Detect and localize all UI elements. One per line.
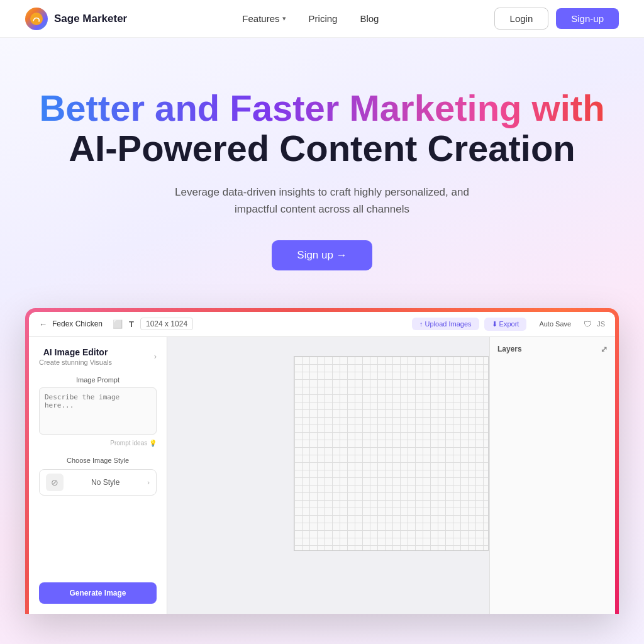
app-topbar-left: ← Fedex Chicken xyxy=(39,319,103,329)
upload-images-button[interactable]: ↑ Upload Images xyxy=(412,318,479,330)
canvas-grid xyxy=(294,356,489,551)
hero-section: Better and Faster Marketing with AI-Powe… xyxy=(0,38,644,644)
app-canvas: Layers ⤢ xyxy=(167,337,615,614)
sidebar-bottom: Generate Image xyxy=(39,582,157,604)
svg-point-0 xyxy=(30,13,43,25)
hero-title-line1: Better and Faster Marketing with xyxy=(39,87,604,128)
js-label: JS xyxy=(597,320,605,328)
square-icon: ⬜ xyxy=(113,319,123,329)
style-chevron-icon: › xyxy=(147,479,150,486)
autosave-label: Auto Save xyxy=(531,318,579,330)
signup-button[interactable]: Sign-up xyxy=(556,8,619,29)
app-breadcrumb: Fedex Chicken xyxy=(52,319,103,328)
hero-title: Better and Faster Marketing with AI-Powe… xyxy=(39,88,605,169)
sidebar-title: AI Image Editor xyxy=(39,347,112,357)
sidebar-subtitle: Create stunning Visuals xyxy=(39,358,112,366)
style-label: Choose Image Style xyxy=(39,457,157,464)
size-selector[interactable]: 644 x 644 xyxy=(140,318,193,330)
layers-panel: Layers ⤢ xyxy=(489,337,615,614)
app-topbar-center: ⬜ T 644 x 644 xyxy=(113,318,193,330)
layers-label: Layers xyxy=(497,345,522,353)
prompt-ideas-label[interactable]: Prompt ideas 💡 xyxy=(39,440,157,447)
brand-logo[interactable]: Sage Marketer xyxy=(25,8,127,30)
app-screenshot: ← Fedex Chicken ⬜ T 644 x 644 ↑ Upload… xyxy=(25,308,619,614)
style-selector[interactable]: ⊘ No Style › xyxy=(39,469,157,496)
no-style-icon: ⊘ xyxy=(46,474,64,491)
login-button[interactable]: Login xyxy=(494,8,549,30)
screenshot-frame: ← Fedex Chicken ⬜ T 644 x 644 ↑ Upload… xyxy=(25,308,619,614)
screenshot-inner: ← Fedex Chicken ⬜ T 644 x 644 ↑ Upload… xyxy=(29,312,615,614)
nav-pricing[interactable]: Pricing xyxy=(309,13,338,24)
sidebar-header: AI Image Editor Create stunning Visuals … xyxy=(39,347,157,366)
layers-expand-icon[interactable]: ⤢ xyxy=(601,345,608,354)
generate-image-button[interactable]: Generate Image xyxy=(39,582,157,604)
back-icon: ← xyxy=(39,319,47,329)
nav-actions: Login Sign-up xyxy=(494,8,619,30)
navbar: Sage Marketer Features ▾ Pricing Blog Lo… xyxy=(0,0,644,38)
brand-name: Sage Marketer xyxy=(54,13,127,25)
chevron-down-icon: ▾ xyxy=(282,14,286,23)
app-sidebar: AI Image Editor Create stunning Visuals … xyxy=(29,337,167,614)
app-topbar: ← Fedex Chicken ⬜ T 644 x 644 ↑ Upload… xyxy=(29,312,615,337)
hero-cta-button[interactable]: Sign up → xyxy=(272,240,372,270)
app-content: AI Image Editor Create stunning Visuals … xyxy=(29,337,615,614)
sidebar-collapse-icon[interactable]: › xyxy=(154,352,157,361)
logo-icon xyxy=(25,8,48,30)
shield-icon: 🛡 xyxy=(584,319,592,329)
app-topbar-right: ↑ Upload Images ⬇ Export Auto Save 🛡 JS xyxy=(412,318,605,331)
hero-subtitle: Leverage data-driven insights to craft h… xyxy=(152,184,492,218)
nav-links: Features ▾ Pricing Blog xyxy=(242,13,379,24)
nav-blog[interactable]: Blog xyxy=(360,13,379,24)
style-value: No Style xyxy=(69,478,142,487)
image-prompt-textarea[interactable] xyxy=(39,387,157,435)
layers-header: Layers ⤢ xyxy=(497,345,608,354)
nav-features[interactable]: Features ▾ xyxy=(242,13,286,24)
hero-title-line2: AI-Powered Content Creation xyxy=(39,128,605,169)
text-icon: T xyxy=(129,319,134,329)
export-button[interactable]: ⬇ Export xyxy=(484,318,527,331)
image-prompt-field: Image Prompt Prompt ideas 💡 xyxy=(39,376,157,447)
image-style-field: Choose Image Style ⊘ No Style › xyxy=(39,457,157,496)
image-prompt-label: Image Prompt xyxy=(39,376,157,384)
